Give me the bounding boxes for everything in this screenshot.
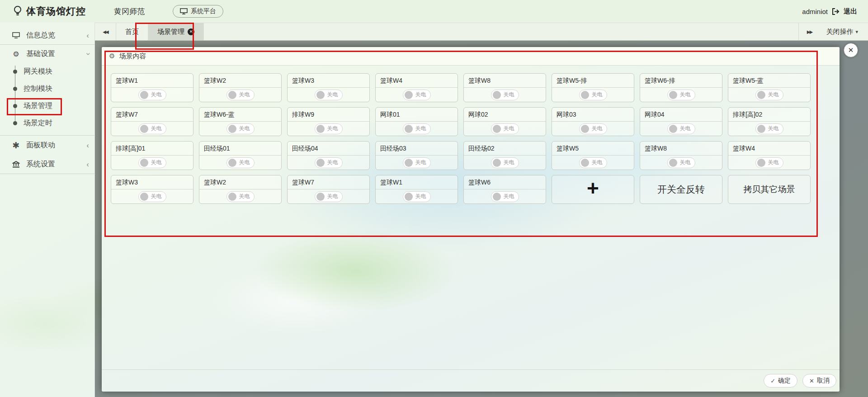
scene-card: 篮球W2 关电	[199, 73, 282, 102]
toggle-knob-icon	[316, 125, 325, 133]
sidebar-item-basic-settings[interactable]: ⚙ 基础设置 ‹	[0, 45, 94, 63]
power-toggle[interactable]: 关电	[403, 123, 431, 134]
power-toggle[interactable]: 关电	[403, 90, 431, 100]
toggle-label: 关电	[327, 91, 338, 99]
power-toggle[interactable]: 关电	[138, 90, 166, 100]
toggle-label: 关电	[239, 125, 250, 132]
add-scene-button[interactable]: +	[552, 175, 634, 204]
tab-close-icon[interactable]: ✕	[188, 28, 194, 35]
power-toggle[interactable]: 关电	[579, 157, 607, 168]
power-toggle[interactable]: 关电	[579, 123, 607, 134]
copy-label: 拷贝其它场景	[744, 184, 795, 195]
toggle-knob-icon	[316, 91, 325, 99]
close-operations-dropdown[interactable]: 关闭操作 ▾	[820, 23, 868, 40]
power-toggle[interactable]: 关电	[226, 123, 255, 134]
sidebar-label: 控制模块	[24, 84, 52, 94]
toggle-label: 关电	[768, 91, 779, 99]
toggle-row: 关电	[376, 189, 458, 203]
toggle-label: 关电	[680, 159, 691, 166]
toggle-label: 关电	[239, 159, 250, 166]
scene-card: 篮球W5 关电	[552, 141, 634, 170]
toggle-label: 关电	[592, 125, 603, 132]
scene-card: 篮球W6-蓝 关电	[199, 107, 282, 136]
power-toggle[interactable]: 关电	[315, 157, 343, 168]
sidebar-item-control-module[interactable]: 控制模块	[0, 80, 94, 97]
power-toggle[interactable]: 关电	[491, 90, 519, 100]
platform-button[interactable]: 系统平台	[173, 5, 223, 18]
toggle-knob-icon	[757, 159, 765, 167]
cancel-button[interactable]: ✕ 取消	[802, 374, 836, 388]
scene-name: 篮球W4	[376, 74, 458, 88]
power-toggle[interactable]: 关电	[403, 157, 431, 168]
toggle-row: 关电	[199, 122, 281, 136]
toggle-row: 关电	[728, 88, 810, 102]
power-toggle[interactable]: 关电	[315, 123, 343, 134]
power-toggle[interactable]: 关电	[315, 191, 343, 202]
scene-name: 网球02	[464, 108, 546, 122]
power-toggle[interactable]: 关电	[491, 123, 519, 134]
power-toggle[interactable]: 关电	[667, 123, 695, 134]
confirm-button[interactable]: ✓ 确定	[764, 374, 797, 388]
scene-name: 篮球W3	[111, 175, 193, 189]
power-toggle[interactable]: 关电	[226, 90, 255, 100]
toggle-knob-icon	[669, 125, 677, 133]
power-toggle[interactable]: 关电	[755, 157, 783, 168]
scene-card: 篮球W5-排 关电	[552, 73, 634, 102]
tabs-scroll-left-button[interactable]: ◀◀	[95, 23, 116, 40]
power-toggle[interactable]: 关电	[226, 157, 255, 168]
lightbulb-icon	[14, 5, 22, 17]
toggle-knob-icon	[140, 159, 148, 167]
sidebar-item-info-overview[interactable]: 信息总览 ‹	[0, 26, 94, 44]
plus-icon: +	[587, 179, 599, 197]
sidebar-item-panel-linkage[interactable]: ✱ 面板联动 ‹	[0, 136, 94, 155]
power-toggle[interactable]: 关电	[138, 191, 166, 202]
power-toggle[interactable]: 关电	[755, 123, 783, 134]
power-toggle[interactable]: 关电	[138, 123, 166, 134]
sidebar-label: 基础设置	[26, 49, 55, 59]
power-toggle[interactable]: 关电	[403, 191, 431, 202]
toggle-knob-icon	[493, 125, 501, 133]
power-toggle[interactable]: 关电	[315, 90, 343, 100]
toggle-row: 关电	[199, 156, 281, 170]
toggle-row: 关电	[552, 156, 634, 170]
tab-label: 场景管理	[157, 28, 184, 36]
toggle-label: 关电	[151, 125, 162, 132]
toggle-knob-icon	[405, 91, 413, 99]
sidebar-label: 场景定时	[24, 118, 52, 128]
sidebar-item-system-settings[interactable]: 系统设置 ‹	[0, 155, 94, 174]
scene-card: 网球02 关电	[463, 107, 546, 136]
power-toggle[interactable]: 关电	[226, 191, 255, 202]
monitor-icon	[180, 8, 188, 14]
sidebar-item-scene-timer[interactable]: 场景定时	[0, 114, 94, 132]
power-toggle[interactable]: 关电	[138, 157, 166, 168]
copy-other-scene-button[interactable]: 拷贝其它场景	[728, 175, 811, 204]
toggle-row: 关电	[640, 88, 722, 102]
scene-card: 排球[高]01 关电	[111, 141, 193, 170]
toggle-knob-icon	[757, 125, 765, 133]
tab-home[interactable]: 首页	[116, 23, 148, 40]
power-toggle[interactable]: 关电	[491, 157, 519, 168]
sidebar-item-gateway-module[interactable]: 网关模块	[0, 63, 94, 80]
modal-close-button[interactable]: ✕	[844, 43, 858, 57]
power-toggle[interactable]: 关电	[579, 90, 607, 100]
toggle-knob-icon	[228, 159, 236, 167]
power-toggle[interactable]: 关电	[491, 191, 519, 202]
scene-name: 篮球W7	[288, 175, 369, 189]
power-toggle[interactable]: 关电	[755, 90, 783, 100]
sidebar-item-scene-management[interactable]: 场景管理	[0, 97, 94, 114]
toggle-label: 关电	[680, 125, 691, 132]
scene-name: 篮球W4	[728, 142, 810, 156]
power-toggle[interactable]: 关电	[667, 157, 695, 168]
scene-grid: 篮球W1 关电 篮球W2 关电 篮球W3 关电 篮球W4	[111, 73, 811, 204]
scene-name: 篮球W1	[111, 74, 193, 88]
logout-button[interactable]: 退出	[844, 7, 857, 16]
logout-icon[interactable]	[832, 8, 840, 15]
invert-all-switches-button[interactable]: 开关全反转	[640, 175, 722, 204]
tabs-scroll-right-button[interactable]: ▶▶	[798, 23, 820, 40]
toggle-label: 关电	[504, 91, 514, 99]
caret-down-icon: ▾	[855, 29, 858, 35]
scene-name: 篮球W6	[464, 175, 546, 189]
toggle-row: 关电	[288, 156, 369, 170]
power-toggle[interactable]: 关电	[667, 90, 695, 100]
tab-scene-management[interactable]: 场景管理 ✕	[148, 23, 204, 40]
